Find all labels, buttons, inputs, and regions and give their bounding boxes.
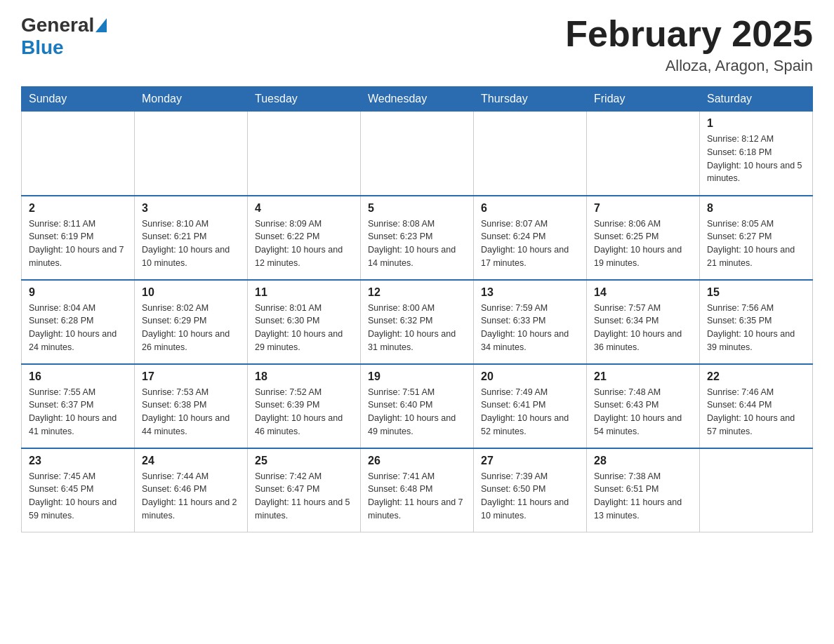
weekday-header-wednesday: Wednesday xyxy=(361,87,474,112)
day-info: Sunrise: 7:42 AMSunset: 6:47 PMDaylight:… xyxy=(255,470,353,523)
day-number: 21 xyxy=(594,370,692,383)
day-info: Sunrise: 7:55 AMSunset: 6:37 PMDaylight:… xyxy=(29,386,127,438)
day-number: 19 xyxy=(368,370,466,383)
calendar-cell: 21Sunrise: 7:48 AMSunset: 6:43 PMDayligh… xyxy=(587,364,700,448)
day-info: Sunrise: 8:10 AMSunset: 6:21 PMDaylight:… xyxy=(142,217,240,270)
day-info: Sunrise: 8:00 AMSunset: 6:32 PMDaylight:… xyxy=(368,302,466,354)
calendar-cell: 14Sunrise: 7:57 AMSunset: 6:34 PMDayligh… xyxy=(587,280,700,364)
day-info: Sunrise: 7:38 AMSunset: 6:51 PMDaylight:… xyxy=(594,470,692,523)
day-number: 25 xyxy=(255,455,353,467)
weekday-header-tuesday: Tuesday xyxy=(248,87,361,112)
calendar-cell: 28Sunrise: 7:38 AMSunset: 6:51 PMDayligh… xyxy=(587,448,700,532)
day-number: 15 xyxy=(707,286,805,299)
day-info: Sunrise: 8:02 AMSunset: 6:29 PMDaylight:… xyxy=(142,302,240,354)
weekday-header-monday: Monday xyxy=(135,87,248,112)
calendar-cell: 2Sunrise: 8:11 AMSunset: 6:19 PMDaylight… xyxy=(22,196,135,280)
calendar-cell xyxy=(248,112,361,196)
calendar-cell: 9Sunrise: 8:04 AMSunset: 6:28 PMDaylight… xyxy=(22,280,135,364)
day-info: Sunrise: 7:51 AMSunset: 6:40 PMDaylight:… xyxy=(368,386,466,438)
title-area: February 2025 Alloza, Aragon, Spain xyxy=(565,14,813,75)
day-info: Sunrise: 7:48 AMSunset: 6:43 PMDaylight:… xyxy=(594,386,692,438)
calendar-subtitle: Alloza, Aragon, Spain xyxy=(565,57,813,75)
day-number: 22 xyxy=(707,370,805,383)
logo-blue-text: Blue xyxy=(21,36,64,59)
day-info: Sunrise: 7:39 AMSunset: 6:50 PMDaylight:… xyxy=(481,470,579,523)
calendar-cell: 16Sunrise: 7:55 AMSunset: 6:37 PMDayligh… xyxy=(22,364,135,448)
calendar-cell: 1Sunrise: 8:12 AMSunset: 6:18 PMDaylight… xyxy=(700,112,813,196)
calendar-cell: 13Sunrise: 7:59 AMSunset: 6:33 PMDayligh… xyxy=(474,280,587,364)
day-info: Sunrise: 8:09 AMSunset: 6:22 PMDaylight:… xyxy=(255,217,353,270)
day-number: 6 xyxy=(481,202,579,215)
day-number: 27 xyxy=(481,455,579,467)
week-row-2: 9Sunrise: 8:04 AMSunset: 6:28 PMDaylight… xyxy=(22,280,813,364)
day-number: 14 xyxy=(594,286,692,299)
day-number: 4 xyxy=(255,202,353,215)
calendar-cell: 27Sunrise: 7:39 AMSunset: 6:50 PMDayligh… xyxy=(474,448,587,532)
day-number: 17 xyxy=(142,370,240,383)
day-info: Sunrise: 7:49 AMSunset: 6:41 PMDaylight:… xyxy=(481,386,579,438)
calendar-cell xyxy=(587,112,700,196)
week-row-1: 2Sunrise: 8:11 AMSunset: 6:19 PMDaylight… xyxy=(22,196,813,280)
day-info: Sunrise: 7:46 AMSunset: 6:44 PMDaylight:… xyxy=(707,386,805,438)
calendar-cell: 4Sunrise: 8:09 AMSunset: 6:22 PMDaylight… xyxy=(248,196,361,280)
day-info: Sunrise: 8:12 AMSunset: 6:18 PMDaylight:… xyxy=(707,133,805,185)
calendar-cell: 6Sunrise: 8:07 AMSunset: 6:24 PMDaylight… xyxy=(474,196,587,280)
calendar-cell: 23Sunrise: 7:45 AMSunset: 6:45 PMDayligh… xyxy=(22,448,135,532)
day-info: Sunrise: 8:08 AMSunset: 6:23 PMDaylight:… xyxy=(368,217,466,270)
page-header: General Blue February 2025 Alloza, Arago… xyxy=(21,14,813,75)
day-number: 18 xyxy=(255,370,353,383)
day-info: Sunrise: 7:44 AMSunset: 6:46 PMDaylight:… xyxy=(142,470,240,523)
day-number: 8 xyxy=(707,202,805,215)
day-number: 16 xyxy=(29,370,127,383)
calendar-cell: 3Sunrise: 8:10 AMSunset: 6:21 PMDaylight… xyxy=(135,196,248,280)
logo-general-text: General xyxy=(21,14,94,36)
day-number: 24 xyxy=(142,455,240,467)
day-number: 12 xyxy=(368,286,466,299)
calendar-title: February 2025 xyxy=(565,14,813,54)
day-number: 13 xyxy=(481,286,579,299)
calendar-cell: 7Sunrise: 8:06 AMSunset: 6:25 PMDaylight… xyxy=(587,196,700,280)
day-info: Sunrise: 7:52 AMSunset: 6:39 PMDaylight:… xyxy=(255,386,353,438)
week-row-0: 1Sunrise: 8:12 AMSunset: 6:18 PMDaylight… xyxy=(22,112,813,196)
calendar-cell xyxy=(135,112,248,196)
day-number: 9 xyxy=(29,286,127,299)
weekday-header-sunday: Sunday xyxy=(22,87,135,112)
day-info: Sunrise: 8:06 AMSunset: 6:25 PMDaylight:… xyxy=(594,217,692,270)
calendar-cell: 18Sunrise: 7:52 AMSunset: 6:39 PMDayligh… xyxy=(248,364,361,448)
day-number: 23 xyxy=(29,455,127,467)
calendar-cell xyxy=(700,448,813,532)
calendar-cell: 24Sunrise: 7:44 AMSunset: 6:46 PMDayligh… xyxy=(135,448,248,532)
calendar-cell: 26Sunrise: 7:41 AMSunset: 6:48 PMDayligh… xyxy=(361,448,474,532)
day-info: Sunrise: 7:59 AMSunset: 6:33 PMDaylight:… xyxy=(481,302,579,354)
day-info: Sunrise: 7:57 AMSunset: 6:34 PMDaylight:… xyxy=(594,302,692,354)
calendar-table: SundayMondayTuesdayWednesdayThursdayFrid… xyxy=(21,86,813,532)
calendar-cell: 11Sunrise: 8:01 AMSunset: 6:30 PMDayligh… xyxy=(248,280,361,364)
calendar-cell: 5Sunrise: 8:08 AMSunset: 6:23 PMDaylight… xyxy=(361,196,474,280)
calendar-cell: 15Sunrise: 7:56 AMSunset: 6:35 PMDayligh… xyxy=(700,280,813,364)
calendar-cell xyxy=(474,112,587,196)
week-row-4: 23Sunrise: 7:45 AMSunset: 6:45 PMDayligh… xyxy=(22,448,813,532)
day-number: 5 xyxy=(368,202,466,215)
weekday-header-thursday: Thursday xyxy=(474,87,587,112)
day-number: 11 xyxy=(255,286,353,299)
calendar-cell xyxy=(22,112,135,196)
calendar-cell: 8Sunrise: 8:05 AMSunset: 6:27 PMDaylight… xyxy=(700,196,813,280)
day-info: Sunrise: 8:04 AMSunset: 6:28 PMDaylight:… xyxy=(29,302,127,354)
day-info: Sunrise: 7:45 AMSunset: 6:45 PMDaylight:… xyxy=(29,470,127,523)
day-number: 20 xyxy=(481,370,579,383)
day-info: Sunrise: 8:07 AMSunset: 6:24 PMDaylight:… xyxy=(481,217,579,270)
calendar-cell: 17Sunrise: 7:53 AMSunset: 6:38 PMDayligh… xyxy=(135,364,248,448)
day-info: Sunrise: 8:01 AMSunset: 6:30 PMDaylight:… xyxy=(255,302,353,354)
weekday-header-friday: Friday xyxy=(587,87,700,112)
calendar-cell: 10Sunrise: 8:02 AMSunset: 6:29 PMDayligh… xyxy=(135,280,248,364)
day-info: Sunrise: 8:11 AMSunset: 6:19 PMDaylight:… xyxy=(29,217,127,270)
calendar-cell: 19Sunrise: 7:51 AMSunset: 6:40 PMDayligh… xyxy=(361,364,474,448)
day-info: Sunrise: 8:05 AMSunset: 6:27 PMDaylight:… xyxy=(707,217,805,270)
day-number: 7 xyxy=(594,202,692,215)
day-number: 28 xyxy=(594,455,692,467)
calendar-cell: 22Sunrise: 7:46 AMSunset: 6:44 PMDayligh… xyxy=(700,364,813,448)
week-row-3: 16Sunrise: 7:55 AMSunset: 6:37 PMDayligh… xyxy=(22,364,813,448)
day-info: Sunrise: 7:56 AMSunset: 6:35 PMDaylight:… xyxy=(707,302,805,354)
calendar-cell: 12Sunrise: 8:00 AMSunset: 6:32 PMDayligh… xyxy=(361,280,474,364)
calendar-cell: 20Sunrise: 7:49 AMSunset: 6:41 PMDayligh… xyxy=(474,364,587,448)
